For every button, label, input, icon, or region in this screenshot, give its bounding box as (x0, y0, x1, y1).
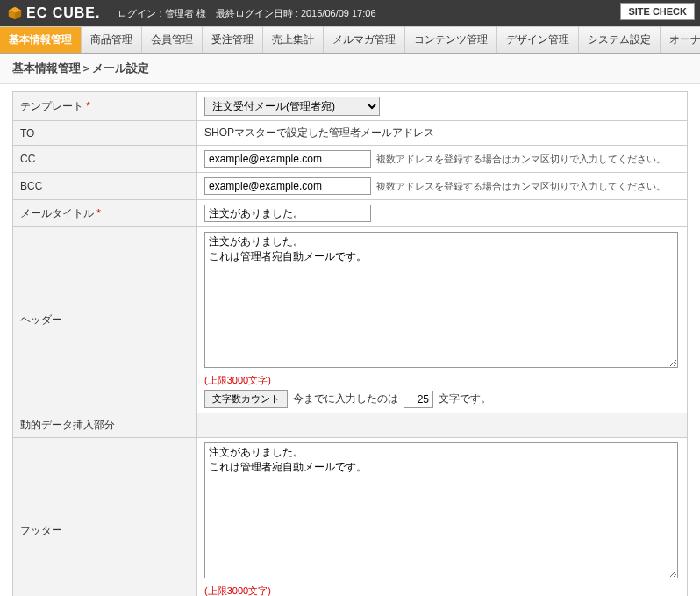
nav-item-7[interactable]: デザイン管理 (497, 27, 579, 53)
bcc-input[interactable] (204, 177, 371, 195)
template-select[interactable]: 注文受付メール(管理者宛) (204, 97, 380, 116)
mail-settings-table: テンプレート * 注文受付メール(管理者宛) TO SHOPマスターで設定した管… (12, 91, 688, 596)
logo-text: EC CUBE (26, 5, 96, 21)
mailtitle-label: メールタイトル * (13, 200, 197, 227)
footer-label: フッター (13, 438, 197, 597)
header-count-button[interactable]: 文字数カウント (204, 390, 288, 408)
form-area: テンプレート * 注文受付メール(管理者宛) TO SHOPマスターで設定した管… (0, 84, 700, 596)
nav-item-1[interactable]: 商品管理 (82, 27, 142, 53)
top-bar: EC CUBE. ログイン : 管理者 様 最終ログイン日時 : 2015/06… (0, 0, 700, 26)
breadcrumb: 基本情報管理＞メール設定 (0, 54, 700, 84)
to-label: TO (13, 121, 197, 146)
nav-item-9[interactable]: オーナーズストア (661, 27, 700, 53)
nav-item-8[interactable]: システム設定 (579, 27, 661, 53)
site-check-button[interactable]: SITE CHECK (620, 3, 695, 20)
to-value: SHOPマスターで設定した管理者メールアドレス (197, 121, 688, 146)
logo: EC CUBE. (7, 5, 100, 21)
header-label: ヘッダー (13, 227, 197, 413)
nav-item-5[interactable]: メルマガ管理 (324, 27, 405, 53)
nav-item-4[interactable]: 売上集計 (263, 27, 324, 53)
nav-item-2[interactable]: 会員管理 (142, 27, 203, 53)
dynamic-section-label: 動的データ挿入部分 (13, 413, 197, 438)
bcc-label: BCC (13, 173, 197, 200)
main-nav: 基本情報管理商品管理会員管理受注管理売上集計メルマガ管理コンテンツ管理デザイン管… (0, 26, 700, 54)
nav-item-6[interactable]: コンテンツ管理 (405, 27, 497, 53)
cc-hint: 複数アドレスを登録する場合はカンマ区切りで入力してください。 (376, 154, 666, 164)
nav-item-0[interactable]: 基本情報管理 (0, 27, 82, 53)
login-info: ログイン : 管理者 様 最終ログイン日時 : 2015/06/09 17:06 (118, 7, 375, 20)
footer-limit: (上限3000文字) (204, 585, 680, 596)
cube-icon (7, 5, 23, 21)
template-label: テンプレート * (13, 92, 197, 121)
header-count-prefix: 今までに入力したのは (293, 391, 398, 406)
cc-input[interactable] (204, 150, 371, 168)
header-limit: (上限3000文字) (204, 374, 680, 387)
header-textarea[interactable] (204, 232, 678, 368)
header-count-value[interactable] (404, 391, 433, 408)
bcc-hint: 複数アドレスを登録する場合はカンマ区切りで入力してください。 (376, 181, 666, 191)
nav-item-3[interactable]: 受注管理 (203, 27, 263, 53)
mailtitle-input[interactable] (204, 205, 371, 222)
footer-textarea[interactable] (204, 442, 678, 578)
cc-label: CC (13, 146, 197, 173)
header-count-suffix: 文字です。 (439, 391, 491, 406)
